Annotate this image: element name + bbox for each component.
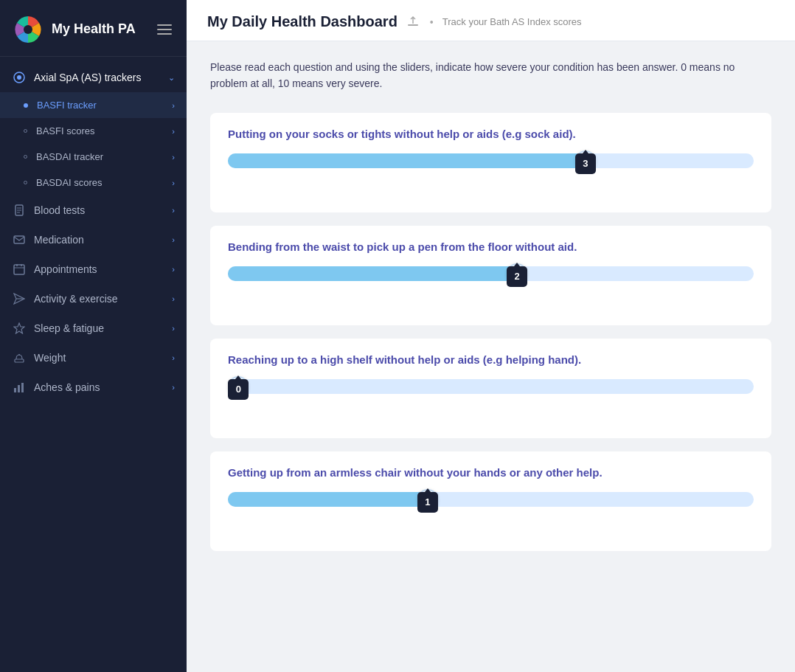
header-bullet: • xyxy=(430,16,434,28)
svg-point-1 xyxy=(24,25,32,34)
sidebar-item-label: Weight xyxy=(34,352,172,364)
sidebar-item-medication[interactable]: Medication › xyxy=(0,225,187,254)
scale-icon xyxy=(12,350,27,365)
chevron-right-icon: › xyxy=(172,353,175,362)
slider-container-3[interactable]: 0 xyxy=(228,379,754,418)
svg-point-3 xyxy=(17,75,21,80)
hamburger-button[interactable] xyxy=(154,21,175,38)
sidebar-item-sleep-fatigue[interactable]: Sleep & fatigue › xyxy=(0,314,187,343)
sidebar-sub-nav: BASFI tracker › BASFI scores › BASDAI tr… xyxy=(0,92,187,195)
svg-rect-18 xyxy=(14,388,16,392)
slider-track-3[interactable]: 0 xyxy=(228,379,754,394)
sidebar-item-label: BASFI tracker xyxy=(37,100,172,111)
sidebar: My Health PA Axial SpA (AS) trackers ⌄ B… xyxy=(0,0,187,672)
slider-value-badge-4: 1 xyxy=(417,492,438,513)
question-block-3: Reaching up to a high shelf without help… xyxy=(210,339,771,438)
slider-container-1[interactable]: 3 xyxy=(228,153,754,192)
active-dot-icon xyxy=(24,103,28,108)
sidebar-item-basfi-tracker[interactable]: BASFI tracker › xyxy=(0,92,187,118)
page-header: My Daily Health Dashboard • Track your B… xyxy=(187,0,795,41)
chevron-right-icon: › xyxy=(172,265,175,274)
sidebar-item-label: Sleep & fatigue xyxy=(34,322,172,334)
svg-rect-20 xyxy=(21,383,24,392)
chevron-right-icon: › xyxy=(172,206,175,215)
chart-icon xyxy=(12,380,27,395)
header-subtitle: Track your Bath AS Index scores xyxy=(442,16,582,27)
content-body: Please read each question and using the … xyxy=(187,41,795,672)
sidebar-header: My Health PA xyxy=(0,0,187,57)
svg-rect-16 xyxy=(15,359,24,362)
question-block-1: Putting on your socks or tights without … xyxy=(210,113,771,212)
sidebar-item-activity-exercise[interactable]: Activity & exercise › xyxy=(0,284,187,314)
sidebar-item-label: Aches & pains xyxy=(34,381,172,393)
question-block-2: Bending from the waist to pick up a pen … xyxy=(210,226,771,325)
slider-container-2[interactable]: 2 xyxy=(228,266,754,305)
sidebar-item-weight[interactable]: Weight › xyxy=(0,343,187,373)
slider-fill-4 xyxy=(228,492,428,507)
question-label-3: Reaching up to a high shelf without help… xyxy=(228,353,754,366)
slider-value-badge-3: 0 xyxy=(228,379,249,400)
question-label-4: Getting up from an armless chair without… xyxy=(228,466,754,479)
file-icon xyxy=(12,203,27,218)
sidebar-item-blood-tests[interactable]: Blood tests › xyxy=(0,195,187,225)
sidebar-item-basdai-tracker[interactable]: BASDAI tracker › xyxy=(0,144,187,170)
header-separator xyxy=(406,15,421,28)
sidebar-item-label: BASFI scores xyxy=(36,125,172,136)
app-title: My Health PA xyxy=(52,21,136,38)
svg-marker-15 xyxy=(14,323,24,333)
chevron-right-icon: › xyxy=(172,235,175,244)
chevron-right-icon: › xyxy=(172,127,175,136)
paper-plane-icon xyxy=(12,291,27,306)
envelope-icon xyxy=(12,232,27,247)
instruction-text: Please read each question and using the … xyxy=(210,59,771,92)
sidebar-item-label: BASDAI tracker xyxy=(36,151,172,162)
dot-icon xyxy=(24,129,27,133)
slider-track-2[interactable]: 2 xyxy=(228,266,754,281)
slider-container-4[interactable]: 1 xyxy=(228,492,754,530)
slider-track-4[interactable]: 1 xyxy=(228,492,754,507)
slider-track-1[interactable]: 3 xyxy=(228,153,754,168)
sidebar-item-axial-spa[interactable]: Axial SpA (AS) trackers ⌄ xyxy=(0,63,187,92)
chevron-right-icon: › xyxy=(172,383,175,392)
star-icon xyxy=(12,321,27,336)
chevron-right-icon: › xyxy=(172,179,175,187)
svg-rect-8 xyxy=(14,236,24,243)
question-label-1: Putting on your socks or tights without … xyxy=(228,128,754,140)
svg-rect-19 xyxy=(18,385,20,392)
dot-icon xyxy=(24,181,27,184)
sidebar-nav: Axial SpA (AS) trackers ⌄ BASFI tracker … xyxy=(0,57,187,408)
question-block-4: Getting up from an armless chair without… xyxy=(210,451,771,551)
circle-dot-icon xyxy=(12,70,27,85)
slider-fill-1 xyxy=(228,153,586,168)
calendar-icon xyxy=(12,262,27,277)
chevron-down-icon: ⌄ xyxy=(168,73,175,83)
sidebar-item-label: Appointments xyxy=(34,263,172,275)
dot-icon xyxy=(24,155,27,159)
svg-rect-21 xyxy=(408,24,418,26)
sidebar-item-basdai-scores[interactable]: BASDAI scores › xyxy=(0,170,187,195)
question-label-2: Bending from the waist to pick up a pen … xyxy=(228,240,754,253)
slider-value-badge-1: 3 xyxy=(575,153,596,174)
upload-icon xyxy=(406,15,420,29)
chevron-right-icon: › xyxy=(172,324,175,333)
chevron-right-icon: › xyxy=(172,101,175,110)
chevron-right-icon: › xyxy=(172,294,175,303)
sidebar-item-label: Activity & exercise xyxy=(34,293,172,305)
svg-rect-9 xyxy=(14,265,24,274)
sidebar-item-aches-pains[interactable]: Aches & pains › xyxy=(0,373,187,402)
slider-value-badge-2: 2 xyxy=(507,266,527,287)
page-title: My Daily Health Dashboard xyxy=(207,13,398,30)
chevron-right-icon: › xyxy=(172,153,175,162)
slider-fill-2 xyxy=(228,266,517,281)
logo-area: My Health PA xyxy=(12,13,136,46)
main-content: My Daily Health Dashboard • Track your B… xyxy=(187,0,795,672)
sidebar-item-basfi-scores[interactable]: BASFI scores › xyxy=(0,118,187,144)
sidebar-item-label: BASDAI scores xyxy=(36,177,172,188)
app-logo xyxy=(12,13,44,46)
sidebar-item-label: Medication xyxy=(34,234,172,246)
svg-point-17 xyxy=(18,354,20,356)
sidebar-item-appointments[interactable]: Appointments › xyxy=(0,254,187,284)
sidebar-item-label: Blood tests xyxy=(34,204,172,216)
sidebar-item-label: Axial SpA (AS) trackers xyxy=(34,72,168,83)
